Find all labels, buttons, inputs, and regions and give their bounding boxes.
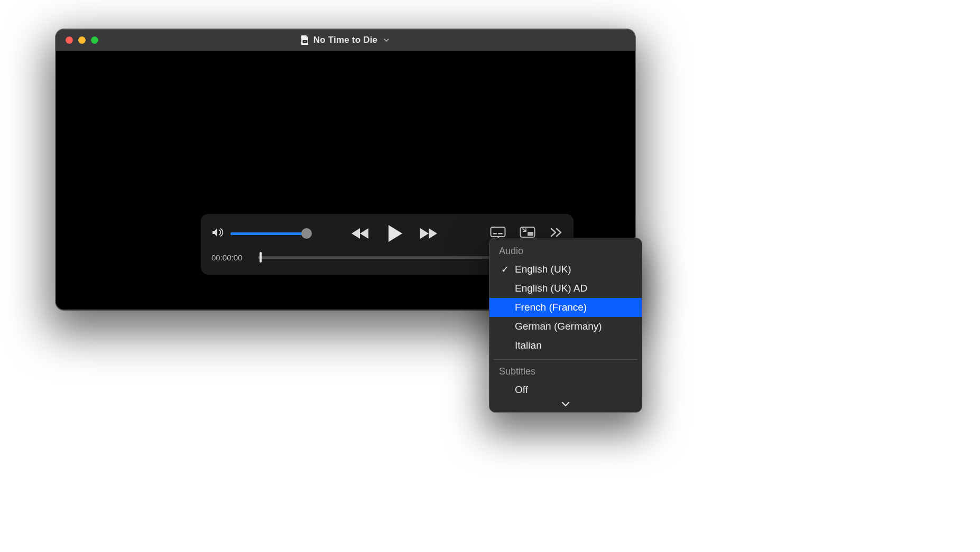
menu-item-label: French (France) (515, 302, 587, 313)
document-icon: tv (301, 35, 309, 45)
volume-slider[interactable] (230, 229, 311, 238)
fast-forward-button[interactable] (417, 226, 438, 241)
scroll-down-indicator[interactable] (489, 399, 642, 412)
svg-rect-2 (491, 227, 505, 237)
title-bar: tv No Time to Die (56, 30, 635, 51)
menu-item-label: Off (515, 384, 528, 396)
subtitles-section-label: Subtitles (489, 364, 642, 380)
title-dropdown-button[interactable] (383, 36, 390, 44)
zoom-window-button[interactable] (91, 36, 98, 44)
audio-option-french-france[interactable]: French (France) (489, 298, 642, 317)
subtitles-option-off[interactable]: Off (489, 380, 642, 399)
subtitles-audio-popover: Audio ✓ English (UK) English (UK) AD Fre… (489, 238, 642, 413)
svg-rect-6 (528, 232, 533, 236)
menu-item-label: English (UK) AD (515, 283, 587, 294)
menu-item-label: Italian (515, 340, 542, 351)
svg-rect-3 (493, 233, 497, 235)
close-window-button[interactable] (66, 36, 73, 44)
svg-rect-4 (498, 233, 503, 235)
menu-separator (494, 359, 637, 360)
rewind-button[interactable] (350, 226, 372, 241)
audio-option-english-uk[interactable]: ✓ English (UK) (489, 260, 642, 279)
window-controls (56, 36, 98, 44)
minimize-window-button[interactable] (78, 36, 86, 44)
menu-item-label: English (UK) (515, 264, 571, 275)
menu-item-label: German (Germany) (515, 321, 602, 332)
audio-option-german-germany[interactable]: German (Germany) (489, 317, 642, 336)
svg-text:tv: tv (304, 41, 306, 43)
audio-section-label: Audio (489, 244, 642, 260)
audio-option-english-uk-ad[interactable]: English (UK) AD (489, 279, 642, 298)
volume-icon[interactable] (211, 227, 225, 240)
play-button[interactable] (383, 222, 405, 245)
current-time-label: 00:00:00 (211, 253, 248, 262)
audio-option-italian[interactable]: Italian (489, 336, 642, 355)
window-title: No Time to Die (313, 35, 378, 45)
checkmark-icon: ✓ (499, 264, 511, 275)
